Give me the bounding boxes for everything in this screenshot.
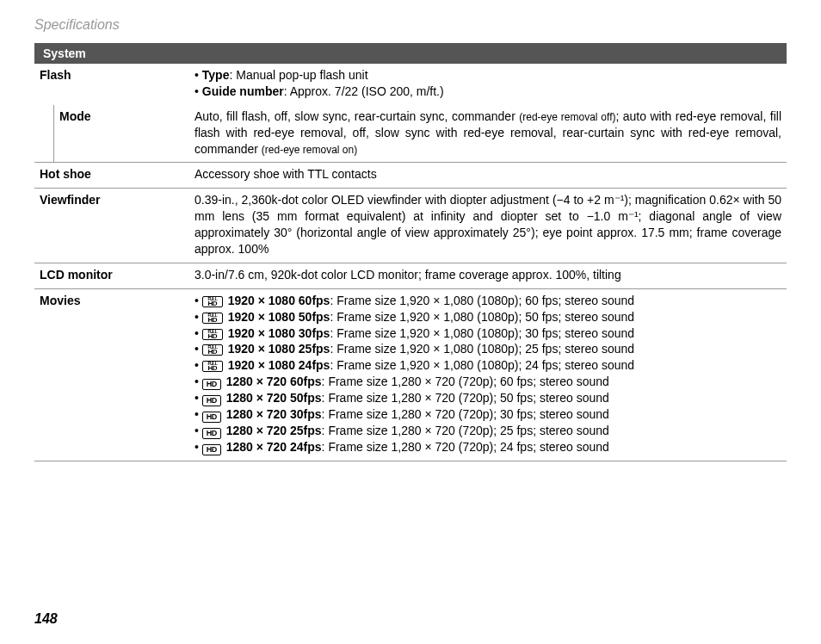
label-lcd: LCD monitor [34, 263, 189, 288]
value-hotshoe: Accessory shoe with TTL contacts [189, 163, 787, 189]
hd-icon [202, 444, 221, 455]
movie-mode-desc: : Frame size 1,920 × 1,080 (1080p); 60 f… [330, 294, 634, 307]
movie-mode-label: 1280 × 720 30fps [226, 407, 322, 421]
fullhd-icon [202, 329, 223, 340]
movie-item: 1920 × 1080 60fps: Frame size 1,920 × 1,… [194, 293, 781, 309]
movie-mode-label: 1280 × 720 25fps [226, 424, 322, 437]
movie-mode-desc: : Frame size 1,280 × 720 (720p); 60 fps;… [322, 375, 609, 388]
movie-mode-label: 1920 × 1080 50fps [228, 310, 330, 324]
value-viewfinder: 0.39-in., 2,360k-dot color OLED viewfind… [189, 189, 787, 263]
spec-table: Flash Type: Manual pop-up flash unit Gui… [34, 64, 787, 461]
page-container: Specifications System Flash Type: Manual… [0, 0, 821, 644]
value-lcd: 3.0-in/7.6 cm, 920k-dot color LCD monito… [189, 263, 787, 288]
fullhd-icon [202, 344, 223, 356]
hd-icon [202, 428, 221, 439]
movie-mode-desc: : Frame size 1,280 × 720 (720p); 25 fps;… [322, 424, 609, 437]
row-movies: Movies 1920 × 1080 60fps: Frame size 1,9… [34, 288, 787, 461]
label-viewfinder: Viewfinder [34, 189, 189, 263]
label-flash: Flash [34, 64, 189, 105]
page-number: 148 [34, 611, 58, 627]
fullhd-icon [202, 296, 223, 307]
movie-mode-label: 1280 × 720 50fps [226, 391, 322, 405]
row-flash: Flash Type: Manual pop-up flash unit Gui… [34, 64, 787, 105]
movie-item: 1920 × 1080 25fps: Frame size 1,920 × 1,… [194, 341, 781, 357]
flash-type-label: Type [202, 68, 230, 82]
movie-mode-label: 1920 × 1080 30fps [228, 326, 330, 340]
movie-mode-desc: : Frame size 1,920 × 1,080 (1080p); 50 f… [330, 310, 634, 324]
hd-icon [202, 395, 221, 406]
fullhd-icon [202, 313, 223, 324]
movie-item: 1280 × 720 60fps: Frame size 1,280 × 720… [194, 374, 781, 390]
movie-mode-label: 1280 × 720 60fps [226, 375, 322, 388]
flash-guide-label: Guide number [202, 84, 284, 98]
movie-mode-label: 1920 × 1080 24fps [228, 358, 330, 372]
label-hotshoe: Hot shoe [34, 163, 189, 189]
flash-type-value: : Manual pop-up flash unit [229, 68, 367, 82]
movie-mode-label: 1920 × 1080 60fps [228, 294, 330, 307]
movie-mode-desc: : Frame size 1,280 × 720 (720p); 30 fps;… [322, 407, 609, 421]
row-hotshoe: Hot shoe Accessory shoe with TTL contact… [34, 163, 787, 189]
row-viewfinder: Viewfinder 0.39-in., 2,360k-dot color OL… [34, 189, 787, 263]
movie-mode-desc: : Frame size 1,280 × 720 (720p); 50 fps;… [322, 391, 609, 405]
label-mode: Mode [54, 105, 190, 163]
hd-icon [202, 412, 221, 423]
mode-small-2: (red-eye removal on) [262, 144, 357, 156]
movie-item: 1280 × 720 30fps: Frame size 1,280 × 720… [194, 406, 781, 423]
row-lcd: LCD monitor 3.0-in/7.6 cm, 920k-dot colo… [34, 263, 787, 288]
section-header-system: System [34, 43, 787, 64]
fullhd-icon [202, 361, 223, 372]
movie-mode-desc: : Frame size 1,920 × 1,080 (1080p); 24 f… [330, 358, 634, 372]
movie-mode-desc: : Frame size 1,920 × 1,080 (1080p); 30 f… [330, 326, 634, 340]
movie-mode-desc: : Frame size 1,920 × 1,080 (1080p); 25 f… [330, 342, 634, 356]
flash-guide-value: : Approx. 7/22 (ISO 200, m/ft.) [284, 84, 444, 98]
movie-item: 1920 × 1080 24fps: Frame size 1,920 × 1,… [194, 357, 781, 374]
movie-mode-desc: : Frame size 1,280 × 720 (720p); 24 fps;… [322, 440, 609, 454]
page-title: Specifications [34, 17, 787, 33]
value-mode: Auto, fill flash, off, slow sync, rear-c… [189, 105, 787, 163]
movie-item: 1280 × 720 24fps: Frame size 1,280 × 720… [194, 439, 781, 455]
label-movies: Movies [34, 288, 189, 461]
movie-mode-label: 1920 × 1080 25fps [228, 342, 330, 356]
mode-text-1: Auto, fill flash, off, slow sync, rear-c… [194, 109, 519, 123]
movie-item: 1920 × 1080 50fps: Frame size 1,920 × 1,… [194, 309, 781, 325]
mode-small-1: (red-eye removal off) [519, 111, 615, 123]
value-flash: Type: Manual pop-up flash unit Guide num… [189, 64, 787, 105]
hd-icon [202, 379, 221, 390]
movie-item: 1920 × 1080 30fps: Frame size 1,920 × 1,… [194, 325, 781, 342]
row-mode: Mode Auto, fill flash, off, slow sync, r… [34, 105, 787, 163]
movie-item: 1280 × 720 25fps: Frame size 1,280 × 720… [194, 423, 781, 439]
movie-item: 1280 × 720 50fps: Frame size 1,280 × 720… [194, 390, 781, 406]
movie-mode-label: 1280 × 720 24fps [226, 440, 322, 454]
value-movies: 1920 × 1080 60fps: Frame size 1,920 × 1,… [189, 288, 787, 461]
